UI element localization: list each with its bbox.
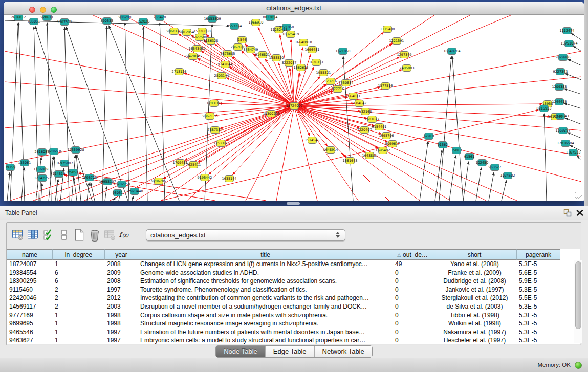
- cell-year[interactable]: 2008: [105, 277, 138, 286]
- column-header-year[interactable]: year: [105, 249, 138, 260]
- network-edge[interactable]: [294, 106, 550, 117]
- close-window-icon[interactable]: [29, 7, 35, 13]
- close-panel-icon[interactable]: [576, 209, 583, 217]
- network-window[interactable]: citations_edges.txt 18724007183002959860…: [4, 2, 584, 201]
- tab-node-table[interactable]: Node Table: [216, 346, 266, 357]
- table-row[interactable]: 946362711997Embryonic stem cells: a mode…: [7, 336, 580, 344]
- cell-year[interactable]: 1997: [105, 336, 138, 344]
- new-document-icon[interactable]: [72, 228, 86, 242]
- network-edge[interactable]: [568, 59, 581, 65]
- cell-short[interactable]: Yano et al. (2008): [432, 260, 517, 269]
- cell-name[interactable]: 14569117: [7, 302, 53, 311]
- table-row[interactable]: 946554611997Estimation of the future num…: [7, 328, 580, 337]
- cell-year[interactable]: 2008: [105, 260, 138, 269]
- network-edge[interactable]: [187, 106, 294, 201]
- cell-name[interactable]: 9463627: [7, 336, 53, 344]
- cell-title[interactable]: Estimation of significance thresholds fo…: [138, 277, 393, 286]
- column-header-title[interactable]: title: [138, 249, 393, 260]
- cell-name[interactable]: 9115460: [7, 286, 53, 294]
- table-options-icon[interactable]: [11, 228, 25, 242]
- table-row[interactable]: 911546021997Tourette syndrome. Phenomeno…: [7, 286, 580, 294]
- cell-year[interactable]: 2012: [105, 294, 138, 302]
- cell-name[interactable]: 9465546: [7, 328, 53, 337]
- network-edge[interactable]: [564, 103, 581, 108]
- function-builder-icon[interactable]: f (x): [118, 228, 132, 242]
- cell-pagerank[interactable]: 5.3E-5: [517, 302, 560, 311]
- table-row[interactable]: 1830029562008Estimation of significance …: [7, 277, 580, 286]
- network-edge[interactable]: [568, 133, 581, 138]
- network-edge[interactable]: [463, 162, 469, 201]
- column-header-pagerank[interactable]: pagerank: [517, 249, 560, 260]
- network-edge[interactable]: [226, 78, 294, 106]
- network-canvas[interactable]: 1872400718300295986012889129541522605893…: [4, 15, 583, 201]
- cell-title[interactable]: Disruption of a novel member of a sodium…: [138, 302, 393, 311]
- cell-title[interactable]: Embryonic stem cells: a model to study s…: [138, 336, 393, 344]
- network-edge[interactable]: [123, 15, 294, 106]
- cell-short[interactable]: de Silva et al. (2003): [432, 302, 517, 311]
- cell-short[interactable]: Hescheler et al. (1997): [432, 336, 517, 344]
- cell-name[interactable]: 18300295: [7, 277, 53, 286]
- table-row[interactable]: 2242004622012Investigating the contribut…: [7, 294, 580, 302]
- scrollbar-thumb[interactable]: [575, 261, 581, 329]
- network-edge[interactable]: [74, 178, 77, 201]
- network-edge[interactable]: [5, 106, 294, 164]
- table-vertical-scrollbar[interactable]: [574, 260, 582, 343]
- cell-in_degree[interactable]: 1: [53, 319, 105, 328]
- cell-in_degree[interactable]: 2: [53, 302, 105, 311]
- network-edge[interactable]: [294, 15, 512, 106]
- tab-edge-table[interactable]: Edge Table: [266, 346, 315, 357]
- cell-out_degree[interactable]: 49: [393, 260, 432, 269]
- cell-title[interactable]: Estimation of the future numbers of pati…: [138, 328, 393, 337]
- cell-short[interactable]: Dudbridge et al. (2008): [432, 277, 517, 286]
- network-edge[interactable]: [502, 181, 507, 201]
- network-edge[interactable]: [136, 106, 294, 201]
- minimize-window-icon[interactable]: [40, 7, 46, 13]
- cell-pagerank[interactable]: 5.9E-5: [517, 277, 560, 286]
- network-edge[interactable]: [564, 89, 581, 94]
- table-row[interactable]: 1456911722003Disruption of a novel membe…: [7, 302, 580, 311]
- network-edge[interactable]: [132, 196, 133, 201]
- cell-in_degree[interactable]: 2: [53, 286, 105, 294]
- table-selector-dropdown[interactable]: citations_edges.txt: [146, 229, 345, 241]
- cell-short[interactable]: Nakamura et al. (1997): [432, 328, 517, 337]
- cell-pagerank[interactable]: 5.3E-5: [517, 260, 560, 269]
- network-edge[interactable]: [10, 23, 18, 201]
- cell-out_degree[interactable]: 0: [393, 336, 432, 344]
- column-header-short[interactable]: short: [432, 249, 517, 260]
- network-edge[interactable]: [110, 106, 294, 201]
- cell-title[interactable]: Investigating the contribution of common…: [138, 294, 393, 302]
- cell-name[interactable]: 9699695: [7, 319, 53, 328]
- network-edge[interactable]: [571, 33, 581, 40]
- network-edge[interactable]: [565, 118, 581, 124]
- network-edge[interactable]: [92, 15, 294, 106]
- cell-short[interactable]: Franke et al. (2009): [432, 269, 517, 277]
- table-row[interactable]: 977716911998Corpus callosum shape and si…: [7, 311, 580, 320]
- table-row[interactable]: 1938455462009Genome-wide association stu…: [7, 269, 580, 277]
- cell-pagerank[interactable]: 5.3E-5: [517, 328, 560, 337]
- network-edge[interactable]: [476, 168, 481, 201]
- row-height-icon[interactable]: [57, 228, 71, 242]
- network-edge[interactable]: [435, 150, 442, 201]
- network-edge[interactable]: [41, 183, 42, 201]
- cell-year[interactable]: 1997: [105, 286, 138, 294]
- cell-short[interactable]: Tibbo et al. (1998): [432, 311, 517, 320]
- network-edge[interactable]: [105, 187, 107, 201]
- column-header-out_degree[interactable]: △out_de…: [393, 249, 432, 260]
- network-edge[interactable]: [47, 23, 51, 201]
- network-edge[interactable]: [78, 173, 266, 201]
- window-titlebar[interactable]: citations_edges.txt: [4, 2, 584, 15]
- cell-title[interactable]: Structural magnetic resonance image aver…: [138, 319, 393, 328]
- cell-name[interactable]: 22420046: [7, 294, 53, 302]
- cell-out_degree[interactable]: 0: [393, 269, 432, 277]
- network-edge[interactable]: [5, 82, 294, 106]
- table-row[interactable]: 969969511998Structural magnetic resonanc…: [7, 319, 580, 328]
- select-columns-checks-icon[interactable]: [41, 228, 55, 242]
- cell-short[interactable]: Wolkin et al. (1998): [432, 319, 517, 328]
- network-edge[interactable]: [230, 67, 294, 106]
- network-edge[interactable]: [573, 46, 581, 51]
- cell-year[interactable]: 2003: [105, 302, 138, 311]
- cell-out_degree[interactable]: 0: [393, 311, 432, 320]
- cell-pagerank[interactable]: 5.5E-5: [517, 294, 560, 302]
- cell-year[interactable]: 1997: [105, 328, 138, 337]
- network-edge[interactable]: [7, 172, 10, 201]
